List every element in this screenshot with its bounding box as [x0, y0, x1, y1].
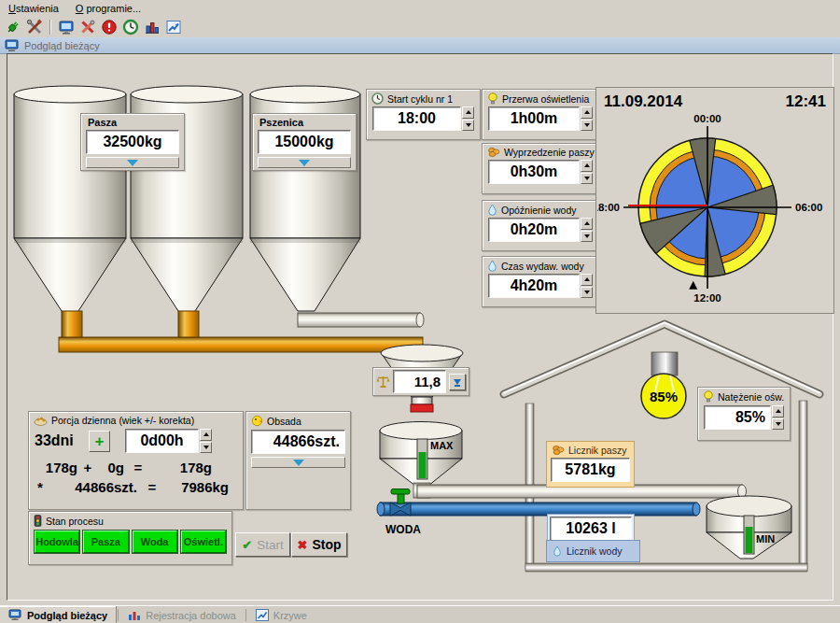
spin-up[interactable]: [581, 218, 593, 230]
silo-pszenica-panel: Pszenica 15000kg: [252, 113, 357, 171]
x-icon: ✖: [297, 538, 307, 552]
bar-chart-icon: [128, 609, 141, 621]
spin-up[interactable]: [772, 405, 784, 418]
chick-icon: [251, 415, 263, 427]
toolbar-separator: [49, 20, 51, 35]
trend-chart-icon: [256, 609, 269, 621]
weigher-panel: 11,8: [372, 367, 469, 396]
weigher-value[interactable]: 11,8: [393, 370, 446, 393]
obsada-dropdown[interactable]: [251, 457, 345, 468]
silo-pasza-value[interactable]: 32500kg: [86, 130, 179, 154]
feed-hand-icon: [34, 415, 48, 426]
natezenie-value[interactable]: 85%: [704, 405, 771, 430]
clock-label-06: 06:00: [795, 202, 822, 213]
timer-wyprzedzenie-value[interactable]: 0h30m: [488, 160, 580, 184]
alarm-icon[interactable]: [100, 18, 119, 36]
spin-down[interactable]: [772, 418, 784, 431]
status-oswietlenie[interactable]: Oświetl.: [181, 531, 226, 553]
spin-down[interactable]: [581, 120, 593, 132]
obsada-value[interactable]: 44866szt.: [251, 430, 345, 454]
water-drop-icon: [487, 260, 497, 272]
timer-czas-wydaw-value[interactable]: 4h20m: [488, 274, 580, 298]
age-value: 33dni: [35, 432, 89, 449]
toolbar: [0, 17, 840, 37]
grams-correction: 0g: [98, 460, 124, 475]
spin-up[interactable]: [581, 106, 593, 119]
timer-opoznienie-panel: Opóźnienie wody 0h20m: [482, 200, 599, 251]
bottom-tab-bar: Podgląd bieżący Rejestracja dobowa Krzyw…: [0, 605, 840, 623]
house-floor: [525, 563, 807, 572]
history-clock-icon[interactable]: [121, 18, 140, 36]
clock-label-12: 12:00: [693, 292, 721, 304]
add-correction-button[interactable]: +: [89, 431, 110, 452]
obsada-label: Obsada: [267, 416, 301, 427]
monitor-icon: [8, 609, 22, 621]
timer-czas-wydaw-label: Czas wydaw. wody: [501, 261, 584, 272]
status-hodowla[interactable]: Hodowla: [35, 531, 79, 553]
spin-up[interactable]: [462, 106, 474, 119]
monitor-icon[interactable]: [57, 18, 76, 36]
view-title-bar: Podgląd bieżący: [0, 37, 840, 54]
spin-down[interactable]: [581, 231, 593, 243]
licznik-paszy-label: Licznik paszy: [568, 445, 626, 456]
water-drop-icon: [553, 545, 562, 557]
correction-value[interactable]: 0d00h: [125, 429, 199, 453]
trend-chart-icon[interactable]: [164, 18, 183, 36]
woda-label: WODA: [385, 523, 421, 536]
timer-przerwa-value[interactable]: 1h00m: [488, 106, 580, 131]
stan-procesu-panel: Stan procesu Hodowla Pasza Woda Oświetl.: [28, 511, 232, 565]
status-woda[interactable]: Woda: [133, 531, 177, 553]
service-tools-icon[interactable]: [78, 18, 97, 36]
porcja-dzienna-panel: Porcja dzienna (wiek +/- korekta) 33dni …: [28, 411, 244, 510]
tab-krzywe[interactable]: Krzywe: [247, 606, 315, 623]
tab-rejestracja-dobowa[interactable]: Rejestracja dobowa: [119, 606, 245, 623]
spin-up[interactable]: [581, 160, 593, 172]
clock-label-18: 18:00: [597, 202, 620, 213]
silo-pszenica-dropdown[interactable]: [258, 157, 351, 168]
scale-icon: [376, 375, 390, 389]
bulb-icon: [487, 92, 498, 105]
natezenie-panel: Natężenie ośw. 85%: [697, 387, 791, 441]
natezenie-label: Natężenie ośw.: [718, 391, 784, 403]
tools-icon[interactable]: [25, 18, 44, 36]
bulb-icon: [703, 390, 714, 403]
daily-cycle-clock: 00:00 06:00 12:00 18:00: [597, 107, 831, 308]
min-label: MIN: [756, 533, 775, 545]
spin-down[interactable]: [581, 173, 593, 185]
licznik-paszy-panel: Licznik paszy 5781kg: [546, 441, 635, 488]
menu-ustawienia[interactable]: Ustawienia: [0, 2, 67, 15]
grams-per-bird: 178g: [33, 460, 77, 475]
licznik-wody-label: Licznik wody: [567, 545, 623, 557]
stan-procesu-title: Stan procesu: [46, 516, 104, 527]
silo-pszenica-value[interactable]: 15000kg: [258, 130, 351, 154]
start-button[interactable]: ✔ Start: [235, 532, 290, 557]
obsada-panel: Obsada 44866szt.: [245, 411, 351, 510]
spin-down[interactable]: [200, 442, 212, 454]
timer-wyprzedzenie-label: Wyprzedzenie paszy: [504, 147, 595, 158]
tab-podglad-biezacy[interactable]: Podgląd bieżący: [0, 606, 117, 623]
wheat-pipe: [298, 313, 424, 327]
licznik-wody-value: 10263 l: [550, 517, 632, 541]
timer-czas-wydaw-panel: Czas wydaw. wody 4h20m: [482, 256, 599, 307]
discharge-icon: [454, 379, 461, 385]
status-pasza[interactable]: Pasza: [83, 531, 128, 553]
stop-button[interactable]: ✖ Stop: [291, 532, 347, 557]
bar-chart-icon[interactable]: [143, 18, 161, 36]
spin-down[interactable]: [581, 287, 593, 299]
min-level-gauge: [744, 516, 754, 554]
spin-up[interactable]: [200, 429, 212, 441]
discharge-button[interactable]: [449, 374, 466, 390]
silo-pasza-label: Pasza: [81, 114, 184, 128]
timer-opoznienie-label: Opóźnienie wody: [501, 205, 577, 216]
connect-plug-icon[interactable]: [4, 18, 22, 36]
silo-pasza-dropdown[interactable]: [86, 157, 179, 168]
timer-start-cyklu-value[interactable]: 18:00: [372, 106, 461, 131]
spin-up[interactable]: [581, 274, 593, 286]
spin-down[interactable]: [462, 120, 474, 132]
max-level-gauge: [417, 439, 427, 479]
clock-label-00: 00:00: [693, 113, 721, 124]
menu-o-programie[interactable]: O programie...: [67, 2, 149, 15]
timer-opoznienie-value[interactable]: 0h20m: [488, 218, 580, 242]
licznik-wody-panel: Licznik wody: [546, 540, 640, 562]
bird-count: 44866szt.: [48, 479, 137, 495]
